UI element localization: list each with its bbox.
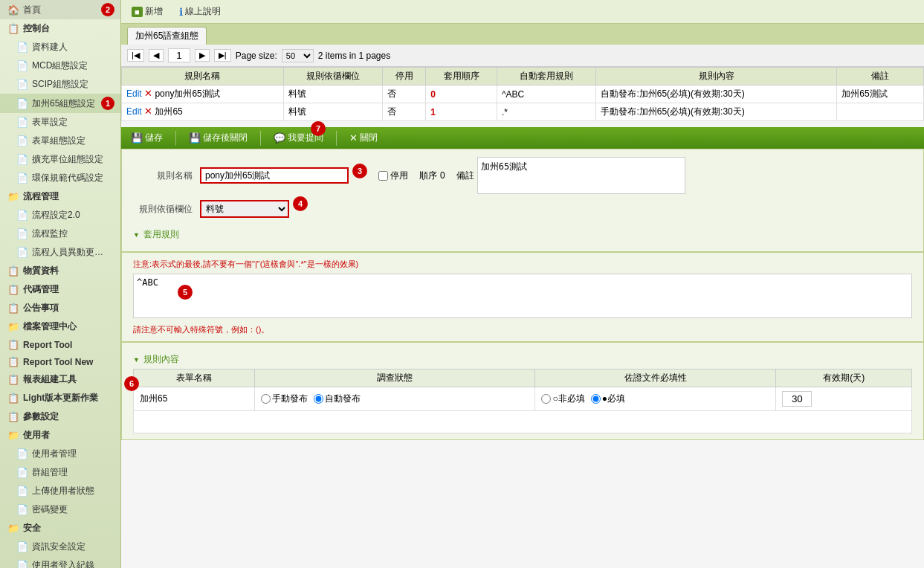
rule-name-input[interactable] [200, 167, 349, 184]
save-button[interactable]: 💾 儲存 [127, 130, 167, 146]
sidebar-item-control-panel[interactable]: 📋 控制台 [0, 19, 120, 38]
sidebar-item-file-center[interactable]: 📁 檔案管理中心 [0, 317, 120, 336]
sidebar-item-workflow[interactable]: 📁 流程管理 [0, 187, 120, 206]
sidebar-item-users[interactable]: 📁 使用者 [0, 426, 120, 445]
code-mgmt-icon: 📋 [7, 284, 19, 295]
apply-rules-header[interactable]: 套用規則 [133, 224, 912, 244]
note-label: 備註 [456, 170, 474, 182]
edit-link-row2[interactable]: Edit [126, 106, 142, 117]
sidebar-item-group-mgmt[interactable]: 📄 群組管理 [0, 463, 120, 482]
close-icon: ✕ [349, 132, 358, 143]
delete-btn-row2[interactable]: ✕ [144, 106, 152, 117]
page-size-select[interactable]: 10 20 50 100 [282, 49, 314, 62]
table-row: Edit ✕ pony加州65測試 料號 否 0 ^ABC 自動發布:加州65(… [122, 85, 924, 103]
security-icon: 📁 [7, 523, 19, 534]
material-data-icon: 📋 [7, 265, 19, 277]
sidebar-item-form-builder[interactable]: 📋 報表組建工具 [0, 370, 120, 389]
auto-radio[interactable] [314, 394, 323, 404]
annotation-badge-5: 5 [178, 285, 193, 300]
help-q-icon: 💬 [274, 132, 285, 143]
top-toolbar: ■ 新增 ℹ 線上說明 [121, 0, 924, 24]
sidebar-item-env-regulation[interactable]: 📄 環保規範代碼設定 [0, 169, 120, 187]
sidebar-item-data-entry[interactable]: 📄 資料建人 [0, 38, 120, 57]
required-radio[interactable] [591, 394, 601, 404]
sidebar-item-scip-config[interactable]: 📄 SCIP組態設定 [0, 75, 120, 94]
note-textarea[interactable]: 加州65測試 [477, 157, 685, 194]
sidebar-item-report-tool[interactable]: 📋 Report Tool [0, 336, 120, 353]
help-button[interactable]: ℹ 線上說明 [175, 4, 225, 19]
sidebar-item-material-data[interactable]: 📋 物質資料 [0, 262, 120, 280]
sidebar-item-params[interactable]: 📋 參數設定 [0, 407, 120, 426]
form-row-field: 規則依循欄位 料號 物料名稱 規格 4 [133, 200, 912, 218]
sidebar-item-user-mgmt[interactable]: 📄 使用者管理 [0, 445, 120, 463]
auto-option[interactable]: 自動發布 [314, 393, 361, 405]
params-icon: 📋 [7, 411, 19, 422]
first-page-btn[interactable]: |◀ [127, 49, 144, 62]
sidebar-item-form-group-config[interactable]: 📄 表單組態設定 [0, 132, 120, 150]
ca65-icon: 📄 [16, 98, 28, 109]
sidebar-item-code-mgmt[interactable]: 📋 代碼管理 [0, 280, 120, 299]
sidebar-item-mcd-config[interactable]: 📄 MCD組態設定 [0, 57, 120, 75]
sidebar-item-report-tool-new[interactable]: 📋 Report Tool New [0, 353, 120, 370]
edit-toolbar: 💾 儲存 💾 儲存後關閉 💬 我要提問 ✕ 關閉 [121, 127, 924, 149]
mcd-icon: 📄 [16, 60, 28, 71]
sidebar-item-workflow-personnel[interactable]: 📄 流程人員異動更… [0, 243, 120, 262]
rule-content-header[interactable]: 規則內容 [133, 349, 912, 369]
workflow-monitor-icon: 📄 [16, 228, 28, 239]
rule-form-name: 加州65 [134, 387, 255, 411]
toolbar-divider-3 [336, 131, 337, 146]
scip-icon: 📄 [16, 79, 28, 90]
manual-radio[interactable] [261, 394, 271, 404]
rule-content-section: 規則內容 6 表單名稱 調查狀態 佐證文件必填性 有效期(天) [121, 342, 924, 440]
users-icon: 📁 [7, 430, 19, 441]
last-page-btn[interactable]: ▶| [214, 49, 231, 62]
edit-link-row1[interactable]: Edit [126, 88, 142, 99]
tab-bar: 加州65語查組態 [121, 24, 924, 45]
close-button[interactable]: ✕ 關閉 [346, 130, 381, 146]
regex-textarea[interactable]: ^ABC [133, 274, 912, 318]
sidebar-item-extend-unit[interactable]: 📄 擴充單位組態設定 [0, 150, 120, 169]
optional-radio[interactable] [541, 394, 551, 404]
sidebar-item-workflow-20[interactable]: 📄 流程設定2.0 [0, 206, 120, 225]
sidebar-item-upload-users[interactable]: 📄 上傳使用者狀態 [0, 482, 120, 500]
sidebar-item-workflow-monitor[interactable]: 📄 流程監控 [0, 225, 120, 243]
env-reg-icon: 📄 [16, 172, 28, 184]
data-entry-icon: 📄 [16, 42, 28, 53]
sidebar-item-change-password[interactable]: 📄 密碼變更 [0, 500, 120, 519]
col-note: 備註 [837, 68, 924, 85]
content-area: |◀ ◀ ▶ ▶| Page size: 10 20 50 100 2 item… [121, 45, 924, 568]
sidebar-item-light-update[interactable]: 📋 Light版本更新作業 [0, 389, 120, 407]
sidebar-item-ca65-config[interactable]: 📄 加州65組態設定 1 [0, 94, 120, 113]
tab-ca65[interactable]: 加州65語查組態 [127, 27, 207, 45]
new-button[interactable]: ■ 新增 [127, 4, 167, 19]
sidebar: 🏠 首頁 2 📋 控制台 📄 資料建人 📄 MCD組態設定 📄 SCIP組態設定… [0, 0, 121, 568]
delete-btn-row1[interactable]: ✕ [144, 88, 152, 99]
annotation-badge-3: 3 [352, 164, 367, 178]
sidebar-item-security[interactable]: 📁 安全 [0, 519, 120, 538]
announcement-icon: 📋 [7, 303, 19, 314]
required-group: ○非必填 ●必填 [541, 393, 769, 405]
optional-option[interactable]: ○非必填 [541, 393, 584, 405]
rule-field-select[interactable]: 料號 物料名稱 規格 [200, 200, 289, 218]
help-icon: ℹ [179, 6, 183, 18]
form-row-name: 規則名稱 3 停用 順序 0 備註 加州65測試 [133, 157, 912, 194]
sidebar-item-home[interactable]: 🏠 首頁 2 [0, 0, 120, 19]
annotation-badge-7: 7 [311, 121, 326, 136]
sidebar-item-data-security[interactable]: 📄 資訊安全設定 [0, 538, 120, 556]
save-close-button[interactable]: 💾 儲存後關閉 [185, 130, 251, 146]
next-page-btn[interactable]: ▶ [195, 49, 210, 62]
sidebar-item-announcement[interactable]: 📋 公告事項 [0, 299, 120, 317]
sidebar-item-login-records[interactable]: 📄 使用者登入紀錄 [0, 556, 120, 568]
control-panel-icon: 📋 [7, 23, 19, 34]
prev-page-btn[interactable]: ◀ [149, 49, 164, 62]
regex-warning: 注意:表示式的最後,請不要有一個"|"(這樣會與".*"是一樣的效果) [133, 259, 912, 270]
sidebar-item-form-config[interactable]: 📄 表單設定 [0, 113, 120, 132]
page-input[interactable] [168, 48, 190, 62]
required-option[interactable]: ●必填 [591, 393, 625, 405]
toolbar-divider-2 [260, 131, 261, 146]
col-field: 規則依循欄位 [283, 68, 382, 85]
disabled-checkbox[interactable] [378, 171, 388, 181]
manual-option[interactable]: 手動發布 [261, 393, 308, 405]
validity-input[interactable] [782, 391, 812, 407]
report-tool-new-icon: 📋 [7, 356, 19, 367]
